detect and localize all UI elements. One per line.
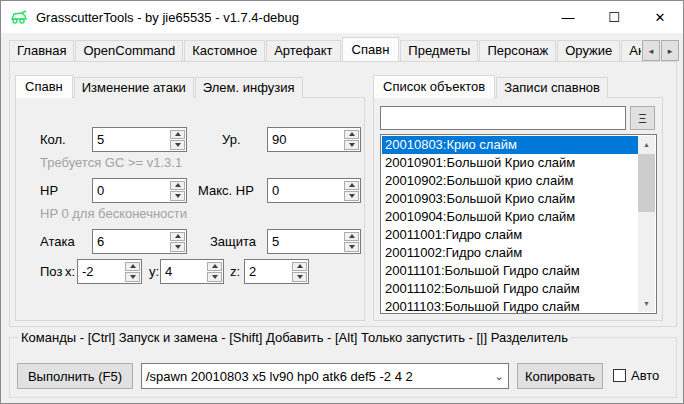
def-stepper[interactable]: 5 <box>267 229 361 254</box>
app-window: GrasscutterTools - by jie65535 - v1.7.4-… <box>0 0 684 404</box>
list-item[interactable]: 20010904:Большой Крио слайм <box>382 208 638 226</box>
main-tab-opencommand[interactable]: OpenCommand <box>75 40 183 61</box>
count-value[interactable]: 5 <box>93 128 169 151</box>
level-value[interactable]: 90 <box>268 128 343 151</box>
main-tab-spavn[interactable]: Спавн <box>342 37 400 61</box>
tab-zapisi-spavnov[interactable]: Записи спавнов <box>496 77 608 98</box>
def-label: Защита <box>210 229 256 254</box>
scroll-up-icon[interactable]: ▲ <box>638 136 655 153</box>
pos-x-up-icon[interactable] <box>125 262 140 272</box>
object-listbox[interactable]: 20010803:Крио слайм 20010901:Большой Кри… <box>380 134 657 314</box>
main-tab-glavnaya[interactable]: Главная <box>9 40 74 61</box>
tab-scroll-buttons: ◂ ▸ <box>641 40 679 61</box>
hp-up-icon[interactable] <box>170 181 185 191</box>
list-item[interactable]: 20010803:Крио слайм <box>382 136 638 154</box>
maximize-button[interactable]: ☐ <box>591 1 637 33</box>
object-list-page: Ξ 20010803:Крио слайм 20010901:Большой К… <box>373 97 663 321</box>
def-down-icon[interactable] <box>344 242 359 252</box>
main-tab-strip: Главная OpenCommand Кастомное Артефакт С… <box>9 37 677 61</box>
def-up-icon[interactable] <box>344 232 359 242</box>
auto-checkbox[interactable] <box>613 369 626 382</box>
minimize-button[interactable]: — <box>545 1 591 33</box>
auto-checkbox-label: Авто <box>631 363 659 388</box>
tab-scroll-left-icon[interactable]: ◂ <box>642 40 660 61</box>
main-tab-personazh[interactable]: Персонаж <box>479 40 556 61</box>
pos-y-up-icon[interactable] <box>207 262 222 272</box>
object-list-tabs: Список объектов Записи спавнов <box>373 75 609 98</box>
pos-x-down-icon[interactable] <box>125 272 140 282</box>
atk-label: Атака <box>40 229 75 254</box>
atk-value[interactable]: 6 <box>93 230 169 253</box>
subtab-elem-infuziya[interactable]: Элем. инфузия <box>195 77 303 98</box>
level-down-icon[interactable] <box>344 140 359 150</box>
menu-icon[interactable]: Ξ <box>630 106 655 130</box>
command-combobox[interactable]: /spawn 20010803 x5 lv90 hp0 atk6 def5 -2… <box>141 363 509 389</box>
window-title: GrasscutterTools - by jie65535 - v1.7.4-… <box>36 10 299 25</box>
pos-x-stepper[interactable]: -2 <box>77 259 142 284</box>
hp-infinity-note: HP 0 для бесконечности <box>40 206 187 222</box>
pos-x-value[interactable]: -2 <box>78 260 124 283</box>
hp-stepper[interactable]: 0 <box>92 178 187 203</box>
main-tab-oruzhie[interactable]: Оружие <box>557 40 620 61</box>
chevron-down-icon[interactable]: ⌄ <box>490 370 508 383</box>
pos-z-value[interactable]: 2 <box>245 260 291 283</box>
level-up-icon[interactable] <box>344 130 359 140</box>
list-item[interactable]: 20011103:Большой Гидро слайм <box>382 298 638 314</box>
level-stepper[interactable]: 90 <box>267 127 361 152</box>
count-stepper[interactable]: 5 <box>92 127 187 152</box>
spawn-sub-tabs: Спавн Изменение атаки Элем. инфузия <box>15 75 304 98</box>
subtab-spavn[interactable]: Спавн <box>15 75 73 98</box>
list-item[interactable]: 20010901:Большой Крио слайм <box>382 154 638 172</box>
count-up-icon[interactable] <box>170 130 185 140</box>
pos-y-label: y: <box>149 259 159 284</box>
pos-z-down-icon[interactable] <box>292 272 307 282</box>
tab-spisok-obektov[interactable]: Список объектов <box>373 75 495 98</box>
scroll-down-icon[interactable]: ▼ <box>638 295 655 312</box>
list-item[interactable]: 20011002:Гидро слайм <box>382 244 638 262</box>
list-item[interactable]: 20011102:Большой Гидро слайм <box>382 280 638 298</box>
pos-z-up-icon[interactable] <box>292 262 307 272</box>
maxhp-label: Макс. HP <box>198 178 254 203</box>
count-label: Кол. <box>40 127 66 152</box>
maxhp-value[interactable]: 0 <box>268 179 343 202</box>
list-item[interactable]: 20011001:Гидро слайм <box>382 226 638 244</box>
def-value[interactable]: 5 <box>268 230 343 253</box>
list-item[interactable]: 20010903:Большой Крио слайм <box>382 190 638 208</box>
copy-button[interactable]: Копировать <box>517 363 603 389</box>
maxhp-stepper[interactable]: 0 <box>267 178 361 203</box>
maxhp-down-icon[interactable] <box>344 191 359 201</box>
maxhp-up-icon[interactable] <box>344 181 359 191</box>
hp-down-icon[interactable] <box>170 191 185 201</box>
atk-stepper[interactable]: 6 <box>92 229 187 254</box>
list-item[interactable]: 20011101:Большой Гидро слайм <box>382 262 638 280</box>
commands-group-label: Команды - [Ctrl] Запуск и замена - [Shif… <box>18 330 571 345</box>
titlebar: GrasscutterTools - by jie65535 - v1.7.4-… <box>1 1 683 33</box>
pos-y-stepper[interactable]: 4 <box>160 259 224 284</box>
pos-y-value[interactable]: 4 <box>161 260 206 283</box>
search-input[interactable] <box>380 106 626 130</box>
pos-x-label: x: <box>65 259 75 284</box>
subtab-izmenenie-ataki[interactable]: Изменение атаки <box>74 77 194 98</box>
pos-z-label: z: <box>230 259 240 284</box>
main-tab-artefakt[interactable]: Артефакт <box>266 40 340 61</box>
atk-up-icon[interactable] <box>170 232 185 242</box>
list-scrollbar[interactable]: ▲ ▼ <box>638 136 655 312</box>
close-button[interactable]: ✕ <box>637 1 683 33</box>
hp-label: HP <box>40 178 58 203</box>
main-tab-kastomnoe[interactable]: Кастомное <box>184 40 265 61</box>
tab-scroll-right-icon[interactable]: ▸ <box>661 40 679 61</box>
command-text[interactable]: /spawn 20010803 x5 lv90 hp0 atk6 def5 -2… <box>142 365 490 388</box>
list-item[interactable]: 20010902:Большой крио слайм <box>382 172 638 190</box>
pos-y-down-icon[interactable] <box>207 272 222 282</box>
main-tab-predmety[interactable]: Предметы <box>400 40 478 61</box>
count-down-icon[interactable] <box>170 140 185 150</box>
atk-down-icon[interactable] <box>170 242 185 252</box>
pos-z-stepper[interactable]: 2 <box>244 259 309 284</box>
level-label: Ур. <box>222 127 241 152</box>
gc-version-note: Требуется GC >= v1.3.1 <box>40 155 182 171</box>
spawn-form-page: Кол. 5 Ур. 90 Требуется GC >= v1.3.1 HP … <box>15 97 365 321</box>
run-button[interactable]: Выполнить (F5) <box>17 363 133 389</box>
hp-value[interactable]: 0 <box>93 179 169 202</box>
scrollbar-thumb[interactable] <box>638 154 655 212</box>
app-icon <box>10 10 28 24</box>
